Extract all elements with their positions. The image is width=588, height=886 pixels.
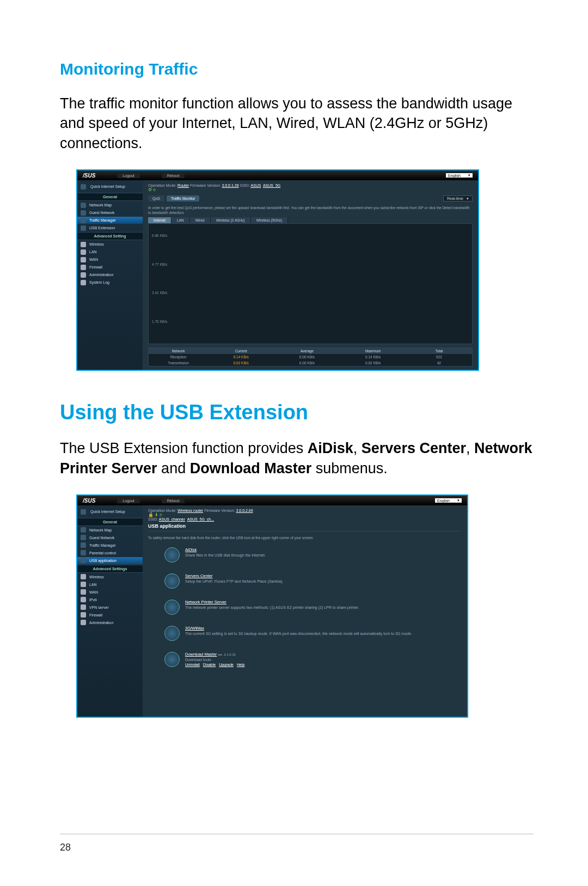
subtab-wired[interactable]: Wired bbox=[190, 217, 211, 223]
realtime-select[interactable]: Real-time bbox=[443, 195, 473, 201]
logout-button[interactable]: Logout bbox=[117, 498, 139, 503]
sidebar-item-ipv6[interactable]: IPv6 bbox=[77, 596, 143, 603]
usb-app-title: USB application bbox=[148, 523, 462, 529]
sidebar-item-usb-extension[interactable]: USB Extension bbox=[77, 224, 143, 231]
traffic-graph: 6.86 KB/s 4.77 KB/s 3.41 KB/s 1.70 KB/s bbox=[148, 223, 473, 344]
language-select[interactable]: English bbox=[446, 173, 473, 178]
app-3g-wimax[interactable]: 3G/WiMaxThe current 3G setting is set to… bbox=[164, 626, 462, 641]
status-icons: ⚙ ⎋ bbox=[148, 187, 473, 192]
sidebar-heading-advanced: Advanced Setting bbox=[77, 232, 143, 240]
router-topbar: /SUS Logout Reboot English bbox=[77, 496, 467, 505]
paragraph-monitoring-traffic: The traffic monitor function allows you … bbox=[60, 94, 534, 153]
sidebar-item-lan[interactable]: LAN bbox=[77, 248, 143, 255]
stats-row-reception: Reception 0.14 KB/s 0.00 KB/s 0.14 KB/s … bbox=[149, 354, 472, 360]
sidebar-item-network-map[interactable]: Network Map bbox=[77, 527, 143, 534]
status-icons: 🔒 ⬇ ⎋ bbox=[148, 512, 462, 517]
router-info-line: Operation Mode: Router Firmware Version:… bbox=[148, 184, 473, 192]
sidebar-item-parental-control[interactable]: Parental control bbox=[77, 549, 143, 557]
router-sidebar: Quick Internet Setup General Network Map… bbox=[77, 180, 143, 370]
bandwidth-hint: In order to get the best QoS performance… bbox=[148, 206, 473, 215]
tab-traffic-monitor[interactable]: Traffic Monitor bbox=[167, 195, 199, 201]
subtab-wlan5[interactable]: Wireless (5GHz) bbox=[251, 217, 289, 223]
sidebar-item-wireless[interactable]: Wireless bbox=[77, 241, 143, 248]
sidebar-item-wireless[interactable]: Wireless bbox=[77, 573, 143, 581]
sidebar-item-network-map[interactable]: Network Map bbox=[77, 201, 143, 209]
logout-button[interactable]: Logout bbox=[117, 173, 139, 178]
screenshot-traffic-monitor: /SUS Logout Reboot English Quick Interne… bbox=[76, 169, 479, 371]
sidebar-item-traffic-manager[interactable]: Traffic Manager bbox=[77, 217, 143, 224]
sidebar-heading-general: General bbox=[77, 193, 143, 201]
router-ssid-line: SSID: ASUS_channer ASUS_5G_ch... bbox=[148, 517, 462, 521]
sidebar-item-traffic-manager[interactable]: Traffic Manager bbox=[77, 542, 143, 549]
sidebar-item-administration[interactable]: Administration bbox=[77, 619, 143, 626]
reboot-button[interactable]: Reboot bbox=[162, 173, 185, 178]
download-icon bbox=[164, 652, 180, 667]
heading-usb-extension: Using the USB Extension bbox=[60, 401, 534, 424]
sidebar-quick-setup[interactable]: Quick Internet Setup bbox=[77, 181, 143, 192]
screenshot-usb-application: /SUS Logout Reboot English Quick Interne… bbox=[76, 494, 468, 718]
subtab-wlan24[interactable]: Wireless (2.4GHz) bbox=[211, 217, 251, 223]
sidebar-item-usb-application[interactable]: USB application bbox=[77, 557, 143, 564]
sidebar-item-guest-network[interactable]: Guest Network bbox=[77, 534, 143, 541]
tab-qos[interactable]: QoS bbox=[148, 195, 164, 201]
subtab-internet[interactable]: Internet bbox=[148, 217, 171, 223]
aidisk-icon bbox=[164, 547, 180, 563]
heading-monitoring-traffic: Monitoring Traffic bbox=[60, 60, 534, 78]
app-download-master[interactable]: Download Master ver. 2.1.0.31 Download t… bbox=[164, 652, 462, 668]
router-info-line: Operation Mode: Wireless router Firmware… bbox=[148, 509, 462, 517]
stats-row-transmission: Transmission 0.02 KB/s 0.00 KB/s 0.02 KB… bbox=[149, 360, 472, 366]
sidebar-item-wan[interactable]: WAN bbox=[77, 589, 143, 596]
asus-logo: /SUS bbox=[83, 173, 95, 179]
traffic-stats-table: Network Current Average Maximum Total Re… bbox=[148, 347, 473, 366]
page-number: 28 bbox=[60, 842, 71, 853]
printer-icon bbox=[164, 600, 180, 615]
servers-icon bbox=[164, 573, 180, 589]
sidebar-quick-setup[interactable]: Quick Internet Setup bbox=[77, 506, 143, 517]
sidebar-item-wan[interactable]: WAN bbox=[77, 256, 143, 263]
app-aidisk[interactable]: AiDiskShare files in the USB disk throug… bbox=[164, 547, 462, 563]
language-select[interactable]: English bbox=[435, 498, 462, 503]
link-uninstall[interactable]: Uninstall bbox=[185, 663, 200, 667]
sidebar-item-system-log[interactable]: System Log bbox=[77, 279, 143, 286]
wimax-icon bbox=[164, 626, 180, 641]
network-subtabs: Internet LAN Wired Wireless (2.4GHz) Wir… bbox=[148, 217, 473, 223]
paragraph-usb-extension: The USB Extension function provides AiDi… bbox=[60, 438, 534, 478]
subtab-lan[interactable]: LAN bbox=[171, 217, 190, 223]
footer-rule bbox=[60, 834, 534, 834]
link-help[interactable]: Help bbox=[237, 663, 244, 667]
router-topbar: /SUS Logout Reboot English bbox=[77, 170, 478, 180]
link-upgrade[interactable]: Upgrade bbox=[219, 663, 234, 667]
sidebar-item-firewall[interactable]: Firewall bbox=[77, 264, 143, 271]
sidebar-heading-advanced: Advanced Settings bbox=[77, 565, 143, 573]
reboot-button[interactable]: Reboot bbox=[162, 498, 185, 503]
sidebar-item-vpn-server[interactable]: VPN server bbox=[77, 604, 143, 611]
router-sidebar: Quick Internet Setup General Network Map… bbox=[77, 505, 143, 717]
sidebar-item-guest-network[interactable]: Guest Network bbox=[77, 209, 143, 216]
usb-remove-hint: To safely remove the hard disk from the … bbox=[148, 536, 462, 540]
app-printer-server[interactable]: Network Printer ServerThe network printe… bbox=[164, 600, 462, 615]
sidebar-heading-general: General bbox=[77, 518, 143, 526]
sidebar-item-lan[interactable]: LAN bbox=[77, 581, 143, 588]
sidebar-item-administration[interactable]: Administration bbox=[77, 271, 143, 278]
sidebar-item-firewall[interactable]: Firewall bbox=[77, 612, 143, 619]
asus-logo: /SUS bbox=[83, 498, 95, 504]
app-servers-center[interactable]: Servers CenterSetup the UPnP, iTunes FTP… bbox=[164, 573, 462, 589]
link-disable[interactable]: Disable bbox=[203, 663, 216, 667]
